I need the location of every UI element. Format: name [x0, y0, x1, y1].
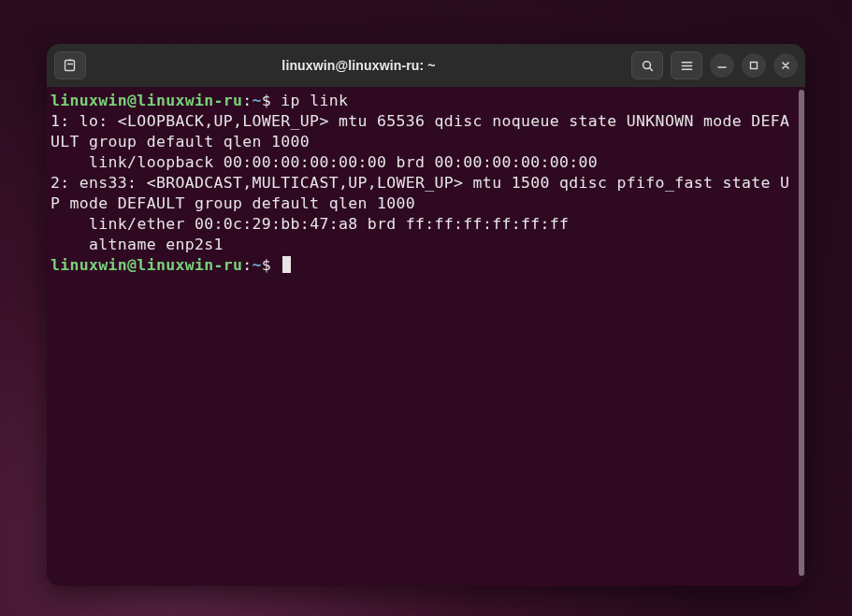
minimize-icon	[716, 60, 728, 71]
search-icon	[641, 59, 655, 73]
output-line: link/ether 00:0c:29:bb:47:a8 brd ff:ff:f…	[51, 215, 569, 233]
prompt-symbol: $	[262, 92, 271, 109]
titlebar: linuxwin@linuxwin-ru: ~	[47, 44, 805, 87]
minimize-button[interactable]	[710, 53, 734, 78]
search-button[interactable]	[631, 51, 663, 79]
maximize-button[interactable]	[742, 53, 766, 78]
terminal-window: linuxwin@linuxwin-ru: ~	[47, 44, 805, 586]
terminal-body[interactable]: linuxwin@linuxwin-ru:~$ ip link 1: lo: <…	[47, 87, 805, 586]
text-cursor	[282, 256, 291, 273]
prompt-separator: :	[242, 92, 252, 109]
prompt-path: ~	[253, 256, 262, 274]
terminal-content[interactable]: linuxwin@linuxwin-ru:~$ ip link 1: lo: <…	[47, 87, 798, 586]
prompt-path: ~	[253, 92, 262, 109]
titlebar-right-group	[631, 51, 798, 79]
close-button[interactable]	[773, 53, 798, 78]
prompt-user-host: linuxwin@linuxwin-ru	[51, 256, 242, 274]
prompt-user-host: linuxwin@linuxwin-ru	[51, 92, 242, 109]
new-tab-button[interactable]	[54, 51, 86, 79]
output-line: 1: lo: <LOOPBACK,UP,LOWER_UP> mtu 65536 …	[51, 112, 789, 150]
hamburger-icon	[680, 59, 694, 73]
window-title: linuxwin@linuxwin-ru: ~	[86, 58, 631, 73]
output-line: altname enp2s1	[51, 236, 224, 253]
svg-rect-2	[751, 63, 758, 69]
scrollbar-track[interactable]	[798, 87, 805, 586]
prompt-symbol: $	[262, 256, 271, 274]
prompt-separator: :	[242, 256, 252, 274]
output-line: link/loopback 00:00:00:00:00:00 brd 00:0…	[51, 153, 598, 171]
svg-rect-0	[65, 61, 75, 71]
titlebar-left-group	[54, 51, 86, 79]
close-icon	[780, 60, 791, 71]
command-text: ip link	[271, 92, 348, 109]
scrollbar-thumb[interactable]	[799, 90, 804, 576]
maximize-icon	[748, 60, 759, 71]
new-tab-icon	[63, 58, 78, 73]
output-line: 2: ens33: <BROADCAST,MULTICAST,UP,LOWER_…	[51, 174, 789, 212]
hamburger-menu-button[interactable]	[671, 51, 702, 79]
